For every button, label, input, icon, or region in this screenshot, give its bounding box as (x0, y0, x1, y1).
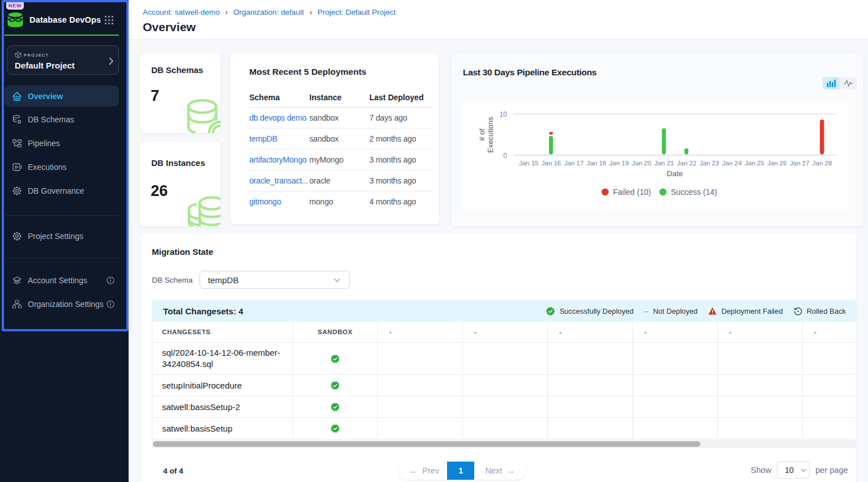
svg-text:Jan 28: Jan 28 (812, 160, 832, 167)
svg-text:Jan 17: Jan 17 (564, 160, 584, 167)
svg-text:Jan 21: Jan 21 (654, 160, 674, 167)
svg-text:Jan 23: Jan 23 (700, 160, 720, 167)
svg-text:Jan 16: Jan 16 (542, 160, 561, 167)
svg-text:Jan 15: Jan 15 (519, 160, 539, 167)
svg-text:Jan 20: Jan 20 (632, 160, 652, 167)
svg-text:Jan 27: Jan 27 (790, 160, 810, 167)
svg-text:Jan 18: Jan 18 (586, 160, 606, 167)
svg-text:Jan 25: Jan 25 (744, 160, 764, 167)
svg-text:Jan 26: Jan 26 (767, 160, 787, 167)
svg-text:Jan 22: Jan 22 (677, 160, 697, 167)
svg-text:Jan 19: Jan 19 (609, 160, 629, 167)
svg-text:Date: Date (667, 169, 683, 178)
svg-text:Jan 24: Jan 24 (722, 160, 742, 167)
